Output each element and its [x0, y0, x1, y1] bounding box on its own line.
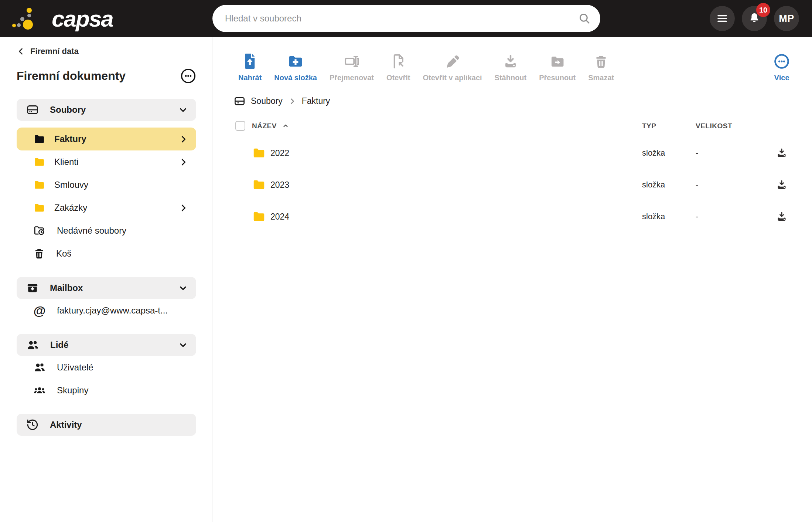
upload-button[interactable]: Nahrát — [238, 52, 262, 82]
two-people-icon — [26, 339, 39, 352]
toolbar: Nahrát Nová složka — [238, 52, 790, 82]
new-folder-button[interactable]: Nová složka — [274, 52, 317, 82]
file-name: 2023 — [270, 180, 289, 190]
sidebar-item-smlouvy[interactable]: Smlouvy — [17, 173, 196, 196]
chevron-down-icon — [178, 283, 188, 293]
trash-icon — [33, 248, 45, 260]
chevron-right-icon — [179, 203, 188, 213]
hard-drive-icon — [26, 104, 39, 116]
delete-button[interactable]: Smazat — [588, 52, 614, 82]
folder-icon — [33, 133, 45, 145]
search-bar — [212, 5, 600, 32]
sidebar-item-uzivatele[interactable]: Uživatelé — [17, 356, 196, 379]
file-name: 2022 — [270, 148, 289, 158]
file-type: složka — [642, 212, 696, 221]
rename-button[interactable]: Přejmenovat — [330, 52, 374, 82]
chevron-left-icon — [17, 47, 25, 56]
avatar[interactable]: MP — [774, 6, 799, 31]
move-folder-icon — [549, 52, 566, 70]
app-header: capsa 10 MP — [0, 0, 812, 37]
logo-text: capsa — [52, 6, 113, 32]
sidebar-item-faktury[interactable]: Faktury — [17, 128, 196, 150]
ellipsis-circle-icon — [774, 52, 790, 70]
sidebar-item-mailbox-address[interactable]: @ faktury.cjay@www.capsa-t... — [17, 299, 196, 322]
more-button[interactable]: Více — [774, 52, 790, 82]
three-people-icon — [33, 384, 46, 397]
sidebar-item-skupiny[interactable]: Skupiny — [17, 379, 196, 402]
file-type: složka — [642, 180, 696, 190]
column-header-size[interactable]: VELIKOST — [696, 122, 773, 130]
new-folder-icon — [287, 52, 304, 70]
notifications-badge: 10 — [756, 3, 770, 17]
sort-ascending-icon[interactable] — [282, 122, 289, 130]
chevron-down-icon — [178, 340, 188, 350]
capsa-logo[interactable]: capsa — [11, 0, 113, 37]
inbox-archive-icon — [26, 282, 39, 294]
chevron-right-icon — [288, 97, 296, 105]
sidebar-item-zakazky[interactable]: Zakázky — [17, 196, 196, 219]
main-panel: Nahrát Nová složka — [212, 37, 812, 522]
table-row[interactable]: 2024 složka - — [235, 201, 790, 233]
title-more-button[interactable] — [180, 68, 196, 84]
table-row[interactable]: 2022 složka - — [235, 137, 790, 169]
download-icon — [775, 210, 788, 223]
breadcrumb-root[interactable]: Soubory — [251, 96, 283, 106]
row-download-button[interactable] — [775, 210, 788, 223]
header-actions: 10 MP — [710, 6, 799, 31]
open-file-icon — [390, 52, 406, 70]
download-icon — [775, 147, 788, 159]
notifications-button[interactable]: 10 — [742, 6, 767, 31]
file-size: - — [696, 212, 773, 221]
file-size: - — [696, 180, 773, 190]
column-header-type[interactable]: TYP — [642, 122, 696, 130]
folder-icon — [252, 178, 266, 192]
sidebar-item-lide[interactable]: Lidé — [17, 334, 196, 356]
sidebar-item-label: Uživatelé — [57, 362, 93, 373]
file-type: složka — [642, 148, 696, 158]
trash-icon — [594, 52, 608, 70]
sidebar-nav: Soubory Faktury Klienti — [17, 99, 196, 436]
sidebar-item-mailbox[interactable]: Mailbox — [17, 277, 196, 299]
sidebar-item-nedavne-soubory[interactable]: Nedávné soubory — [17, 219, 196, 242]
sidebar-item-label: Aktivity — [50, 420, 82, 430]
select-all-checkbox[interactable] — [235, 121, 245, 131]
search-input[interactable] — [225, 13, 578, 24]
file-size: - — [696, 148, 773, 158]
sidebar-item-label: Mailbox — [50, 283, 83, 293]
ellipsis-circle-icon — [180, 68, 196, 84]
column-header-name[interactable]: NÁZEV — [252, 122, 277, 130]
rename-icon — [343, 52, 360, 70]
folder-icon — [252, 146, 266, 160]
at-sign-icon: @ — [33, 304, 46, 317]
download-icon — [775, 179, 788, 191]
mailbox-address-label: faktury.cjay@www.capsa-t... — [57, 305, 168, 316]
menu-button[interactable] — [710, 6, 735, 31]
table-row[interactable]: 2023 složka - — [235, 169, 790, 201]
back-link[interactable]: Firemní data — [17, 47, 79, 56]
upload-file-icon — [242, 52, 258, 70]
row-download-button[interactable] — [775, 147, 788, 159]
open-in-app-button[interactable]: Otevřít v aplikaci — [423, 52, 482, 82]
row-download-button[interactable] — [775, 179, 788, 191]
folder-icon — [33, 179, 45, 191]
sidebar-item-aktivity[interactable]: Aktivity — [17, 414, 196, 436]
sidebar-item-label: Koš — [56, 248, 71, 259]
back-label: Firemní data — [30, 47, 79, 56]
folder-icon — [33, 202, 45, 214]
chevron-right-icon — [179, 135, 188, 144]
sidebar-item-kos[interactable]: Koš — [17, 242, 196, 265]
file-name: 2024 — [270, 212, 289, 222]
move-button[interactable]: Přesunout — [539, 52, 576, 82]
chevron-down-icon — [178, 105, 188, 115]
breadcrumb-current[interactable]: Faktury — [302, 96, 330, 106]
open-button[interactable]: Otevřít — [386, 52, 410, 82]
search-icon[interactable] — [578, 12, 591, 25]
sidebar-item-label: Klienti — [54, 157, 78, 167]
sidebar-item-klienti[interactable]: Klienti — [17, 150, 196, 173]
page-title: Firemní dokumenty — [17, 69, 126, 83]
sidebar-item-soubory[interactable]: Soubory — [17, 99, 196, 121]
download-button[interactable]: Stáhnout — [495, 52, 527, 82]
two-people-icon — [33, 361, 46, 374]
sidebar: Firemní data Firemní dokumenty Soubory — [0, 37, 212, 522]
table-header: NÁZEV TYP VELIKOST — [235, 115, 790, 137]
